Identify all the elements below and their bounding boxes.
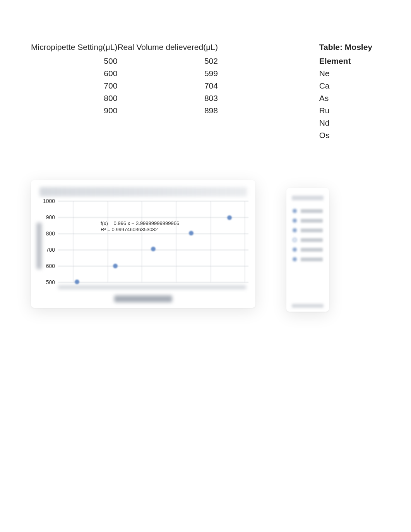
- chart-area: 1000 900 800 700 600 500: [31, 180, 380, 312]
- cell-volume: 898: [117, 104, 218, 117]
- table-row: 800 803: [31, 92, 218, 104]
- y-tick: 500: [46, 279, 55, 285]
- chart-plot-area: f(x) = 0.996 x + 3.99999999999966 R² = 0…: [58, 201, 248, 282]
- column-header-volume: Real Volume delievered(μL): [117, 43, 218, 55]
- legend-item: [293, 257, 323, 261]
- mosley-element: Ne: [319, 67, 372, 80]
- legend-item: [293, 247, 323, 252]
- y-tick: 600: [46, 263, 55, 269]
- chart-point: [113, 264, 118, 268]
- mosley-element: Os: [319, 129, 372, 142]
- cell-volume: 704: [117, 80, 218, 92]
- cell-setting: 700: [31, 80, 117, 92]
- cell-volume: 803: [117, 92, 218, 104]
- chart-equation-line2: R² = 0.999746036353082: [101, 227, 179, 233]
- cell-setting: 600: [31, 67, 117, 80]
- chart-y-label: [36, 223, 42, 269]
- cell-volume: 599: [117, 67, 218, 80]
- chart-point: [75, 280, 79, 284]
- y-tick: 700: [46, 247, 55, 253]
- legend-item: [293, 238, 323, 242]
- legend-item: [293, 218, 323, 223]
- y-tick: 1000: [43, 198, 55, 204]
- chart-equation-line1: f(x) = 0.996 x + 3.99999999999966: [101, 220, 179, 227]
- top-tables-row: Micropipette Setting(μL) Real Volume del…: [31, 43, 380, 142]
- micropipette-table: Micropipette Setting(μL) Real Volume del…: [31, 43, 218, 117]
- chart-title: [39, 187, 247, 196]
- y-tick: 900: [46, 214, 55, 220]
- mosley-table-title: Table: Mosley: [319, 43, 372, 55]
- table-row: 500 502: [31, 55, 218, 67]
- chart-y-ticks: 1000 900 800 700 600 500: [42, 201, 57, 282]
- table-row: 600 599: [31, 67, 218, 80]
- chart-grid: [58, 201, 248, 282]
- legend-item: [293, 228, 323, 232]
- cell-setting: 900: [31, 104, 117, 117]
- chart-point: [189, 231, 194, 235]
- mosley-table: Table: Mosley Element Ne Ca As Ru Nd Os: [319, 43, 380, 142]
- cell-setting: 500: [31, 55, 117, 67]
- mosley-table-header: Element: [319, 55, 372, 67]
- chart-point: [151, 247, 156, 251]
- column-header-setting: Micropipette Setting(μL): [31, 43, 117, 55]
- chart-x-ticks: [58, 285, 246, 289]
- table-row: 900 898: [31, 104, 218, 117]
- table-row: 700 704: [31, 80, 218, 92]
- cell-volume: 502: [117, 55, 218, 67]
- mosley-element: As: [319, 92, 372, 104]
- cell-setting: 800: [31, 92, 117, 104]
- mosley-element: Nd: [319, 117, 372, 129]
- mosley-element: Ca: [319, 80, 372, 92]
- legend-title: [292, 196, 324, 200]
- legend-item: [293, 209, 323, 213]
- mosley-element: Ru: [319, 104, 372, 117]
- scatter-chart: 1000 900 800 700 600 500: [31, 180, 255, 308]
- legend-footer: [292, 304, 324, 308]
- chart-x-label: [114, 295, 172, 302]
- chart-trend-equation: f(x) = 0.996 x + 3.99999999999966 R² = 0…: [101, 220, 179, 233]
- y-tick: 800: [46, 230, 55, 237]
- chart-point: [227, 215, 232, 220]
- chart-legend: [286, 188, 329, 312]
